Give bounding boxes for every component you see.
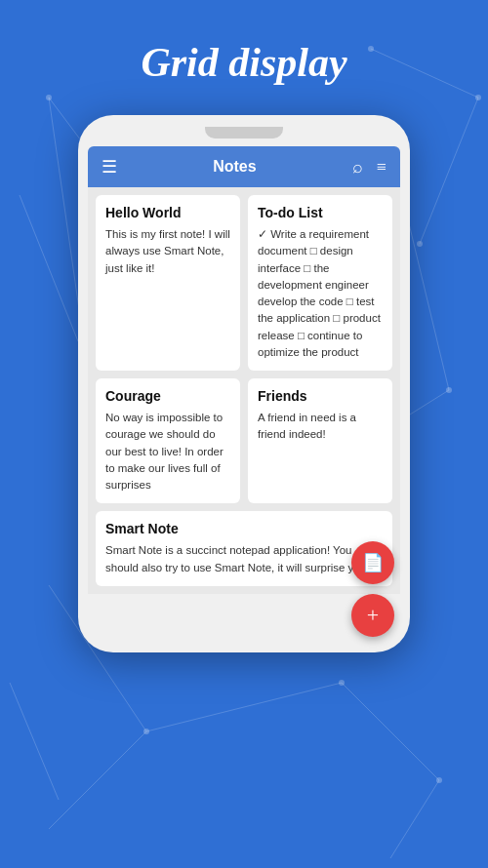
note-card-smart-note[interactable]: Smart Note Smart Note is a succinct note… [96,511,392,586]
menu-icon[interactable]: ☰ [102,156,117,178]
note-card-friends[interactable]: Friends A friend in need is a friend ind… [248,378,392,503]
svg-line-14 [420,98,478,244]
svg-line-15 [371,49,478,98]
note-title: Friends [258,388,383,404]
phone-frame: ☰ Notes ⌕ ≡ Hello World This is my first… [78,115,410,652]
svg-point-28 [368,46,374,52]
app-bar-actions: ⌕ ≡ [352,157,386,178]
svg-point-23 [143,729,149,734]
svg-point-25 [436,777,442,783]
note-body: A friend in need is a friend indeed! [258,410,383,444]
note-title: Hello World [105,205,230,220]
svg-point-27 [475,95,481,100]
search-icon[interactable]: ⌕ [352,157,363,178]
note-body: Smart Note is a succinct notepad applica… [105,542,383,576]
filter-icon[interactable]: ≡ [377,157,386,178]
svg-point-20 [446,387,452,393]
phone-notch [205,127,283,138]
page-title: Grid display [141,39,346,86]
note-card-courage[interactable]: Courage No way is impossible to courage … [96,378,240,503]
svg-line-13 [20,195,78,341]
svg-point-26 [417,241,423,247]
note-card-hello-world[interactable]: Hello World This is my first note! I wil… [96,195,240,371]
note-body: ✓ Write a requirement document □ design … [258,226,383,361]
add-icon: + [367,603,379,628]
fab-container: 📄 + [351,541,394,637]
note-title: Courage [105,388,230,404]
note-body: No way is impossible to courage we shoul… [105,410,230,493]
svg-line-16 [10,683,59,800]
app-bar: ☰ Notes ⌕ ≡ [88,146,400,187]
svg-line-11 [390,780,439,858]
doc-icon: 📄 [362,552,384,573]
notes-grid: Hello World This is my first note! I wil… [88,187,400,594]
note-title: Smart Note [105,521,383,536]
note-title: To-do List [258,205,383,220]
app-bar-title: Notes [213,158,256,176]
note-card-todo-list[interactable]: To-do List ✓ Write a requirement documen… [248,195,392,371]
svg-line-9 [146,683,342,731]
svg-line-10 [342,683,439,780]
svg-point-24 [339,680,345,686]
svg-line-12 [49,731,146,829]
add-note-fab[interactable]: + [351,594,394,637]
svg-point-17 [46,95,52,100]
new-document-fab[interactable]: 📄 [351,541,394,584]
note-body: This is my first note! I will always use… [105,226,230,277]
